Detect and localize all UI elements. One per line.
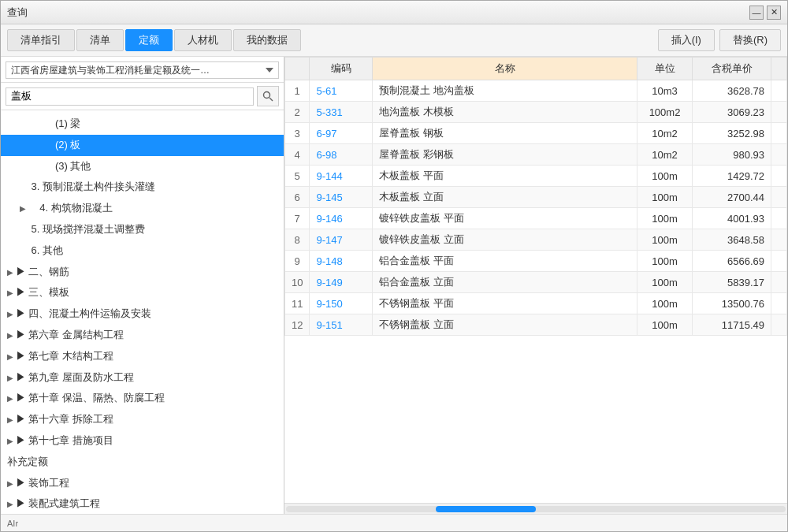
cell-extra [771, 272, 787, 293]
table-row[interactable]: 7 9-146 镀锌铁皮盖板 平面 100m 4001.93 [285, 208, 787, 229]
cell-unit: 100m [637, 166, 693, 187]
cell-code: 9-149 [310, 272, 373, 293]
dropdown-area: 江西省房屋建筑与装饰工程消耗量定额及统一… [1, 57, 284, 83]
cell-extra [771, 166, 787, 187]
cell-unit: 100m [637, 293, 693, 314]
tab-dinge[interactable]: 定额 [125, 29, 173, 51]
tree-item-qita1[interactable]: (3) 其他 [1, 156, 284, 177]
tree-item-ch16[interactable]: ▶ 第十六章 拆除工程 [1, 409, 284, 430]
tab-rencaiji[interactable]: 人材机 [174, 29, 232, 51]
cell-code: 9-144 [310, 166, 373, 187]
cell-code: 9-145 [310, 187, 373, 208]
cell-code: 9-150 [310, 293, 373, 314]
table-row[interactable]: 1 5-61 预制混凝土 地沟盖板 10m3 3628.78 [285, 80, 787, 102]
data-table[interactable]: 编码 名称 单位 含税单价 1 5-61 预制混凝土 地沟盖板 10m3 362… [284, 57, 787, 503]
cell-name: 铝合金盖板 立面 [373, 272, 637, 293]
tree-item-gouzhu[interactable]: 4. 构筑物混凝土 [1, 198, 284, 219]
status-text: AIr [7, 519, 18, 528]
cell-no: 9 [285, 251, 310, 272]
tree-item-ch10[interactable]: ▶ 第十章 保温、隔热、防腐工程 [1, 388, 284, 409]
tree-item-ch17[interactable]: ▶ 第十七章 措施项目 [1, 430, 284, 452]
tab-qingdan[interactable]: 清单 [76, 29, 124, 51]
cell-code: 9-147 [310, 229, 373, 251]
cell-price: 1429.72 [693, 166, 771, 187]
cell-extra [771, 102, 787, 123]
cell-no: 12 [285, 314, 310, 336]
table-row[interactable]: 2 5-331 地沟盖板 木模板 100m2 3069.23 [285, 102, 787, 123]
tree-item-ch7[interactable]: ▶ 第七章 木结构工程 [1, 346, 284, 367]
cell-no: 8 [285, 229, 310, 251]
action-buttons: 插入(I) 替换(R) [658, 29, 781, 51]
table-row[interactable]: 3 6-97 屋脊盖板 钢板 10m2 3252.98 [285, 123, 787, 144]
col-header-no [285, 58, 310, 80]
cell-name: 预制混凝土 地沟盖板 [373, 80, 637, 102]
cell-extra [771, 187, 787, 208]
table-row[interactable]: 10 9-149 铝合金盖板 立面 100m 5839.17 [285, 272, 787, 293]
cell-name: 镀锌铁皮盖板 平面 [373, 208, 637, 229]
replace-button[interactable]: 替换(R) [719, 29, 781, 51]
cell-extra [771, 251, 787, 272]
cell-name: 屋脊盖板 钢板 [373, 123, 637, 144]
tree-area[interactable]: (1) 梁 (2) 板 (3) 其他 3. 预制混凝土构件接头灌缝 4. 构筑物… [1, 110, 284, 514]
cell-extra [771, 229, 787, 251]
cell-unit: 10m2 [637, 144, 693, 166]
search-input[interactable] [6, 87, 254, 106]
tab-wodeshuju[interactable]: 我的数据 [233, 29, 301, 51]
tree-item-liang[interactable]: (1) 梁 [1, 113, 284, 135]
cell-code: 9-146 [310, 208, 373, 229]
cell-extra [771, 314, 787, 336]
tree-item-moban[interactable]: ▶ 三、模板 [1, 282, 284, 303]
tab-qingdanzhiyin[interactable]: 清单指引 [7, 29, 75, 51]
tree-item-ch6[interactable]: ▶ 第六章 金属结构工程 [1, 325, 284, 346]
cell-extra [771, 80, 787, 102]
tree-item-gangjin[interactable]: ▶ 二、钢筋 [1, 262, 284, 283]
quota-dropdown[interactable]: 江西省房屋建筑与装饰工程消耗量定额及统一… [6, 61, 279, 79]
horizontal-scrollbar[interactable] [284, 503, 787, 514]
cell-price: 3628.78 [693, 80, 771, 102]
tree-item-zhuangshi[interactable]: ▶ 装饰工程 [1, 473, 284, 494]
cell-extra [771, 208, 787, 229]
scrollbar-track[interactable] [286, 506, 786, 512]
right-panel: 编码 名称 单位 含税单价 1 5-61 预制混凝土 地沟盖板 10m3 362… [284, 57, 787, 514]
cell-no: 5 [285, 166, 310, 187]
cell-extra [771, 293, 787, 314]
cell-name: 不锈钢盖板 立面 [373, 314, 637, 336]
tree-item-yunshu[interactable]: ▶ 四、混凝土构件运输及安装 [1, 303, 284, 325]
tree-item-xianchang[interactable]: 5. 现场搅拌混凝土调整费 [1, 219, 284, 240]
cell-name: 铝合金盖板 平面 [373, 251, 637, 272]
table-row[interactable]: 12 9-151 不锈钢盖板 立面 100m 11715.49 [285, 314, 787, 336]
cell-code: 5-61 [310, 80, 373, 102]
search-button[interactable] [257, 86, 279, 106]
result-table: 编码 名称 单位 含税单价 1 5-61 预制混凝土 地沟盖板 10m3 362… [284, 57, 787, 336]
tree-item-qita2[interactable]: 6. 其他 [1, 240, 284, 262]
tree-item-buchong[interactable]: 补充定额 [1, 452, 284, 473]
insert-button[interactable]: 插入(I) [658, 29, 715, 51]
scrollbar-thumb[interactable] [436, 506, 536, 512]
table-row[interactable]: 6 9-145 木板盖板 立面 100m 2700.44 [285, 187, 787, 208]
title-bar-controls: — ✕ [749, 6, 781, 20]
minimize-button[interactable]: — [749, 6, 764, 20]
tree-item-zhuangpei[interactable]: ▶ 装配式建筑工程 [1, 493, 284, 514]
search-icon [262, 91, 273, 102]
table-row[interactable]: 4 6-98 屋脊盖板 彩钢板 10m2 980.93 [285, 144, 787, 166]
cell-no: 10 [285, 272, 310, 293]
cell-price: 3069.23 [693, 102, 771, 123]
tree-item-ban[interactable]: (2) 板 [1, 135, 284, 156]
cell-code: 5-331 [310, 102, 373, 123]
cell-no: 7 [285, 208, 310, 229]
cell-price: 6566.69 [693, 251, 771, 272]
table-row[interactable]: 11 9-150 不锈钢盖板 平面 100m 13500.76 [285, 293, 787, 314]
cell-name: 不锈钢盖板 平面 [373, 293, 637, 314]
table-row[interactable]: 8 9-147 镀锌铁皮盖板 立面 100m 3648.58 [285, 229, 787, 251]
cell-unit: 10m3 [637, 80, 693, 102]
table-row[interactable]: 5 9-144 木板盖板 平面 100m 1429.72 [285, 166, 787, 187]
tree-item-ch9[interactable]: ▶ 第九章 屋面及防水工程 [1, 367, 284, 389]
title-bar: 查询 — ✕ [1, 1, 787, 24]
tab-bar: 清单指引 清单 定额 人材机 我的数据 [7, 29, 653, 51]
cell-code: 9-151 [310, 314, 373, 336]
tree-item-jietou[interactable]: 3. 预制混凝土构件接头灌缝 [1, 177, 284, 198]
cell-price: 13500.76 [693, 293, 771, 314]
table-row[interactable]: 9 9-148 铝合金盖板 平面 100m 6566.69 [285, 251, 787, 272]
cell-name: 木板盖板 平面 [373, 166, 637, 187]
close-button[interactable]: ✕ [767, 6, 781, 20]
